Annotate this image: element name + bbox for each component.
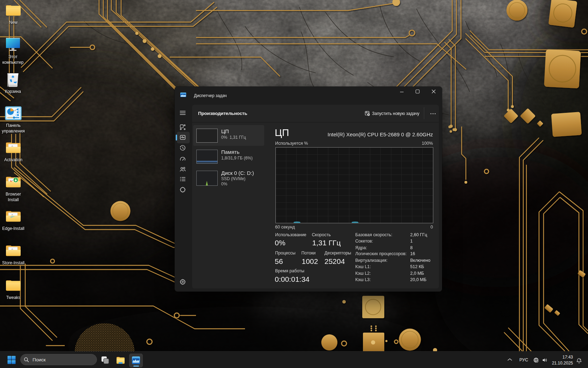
svg-text:z: z bbox=[580, 358, 581, 360]
